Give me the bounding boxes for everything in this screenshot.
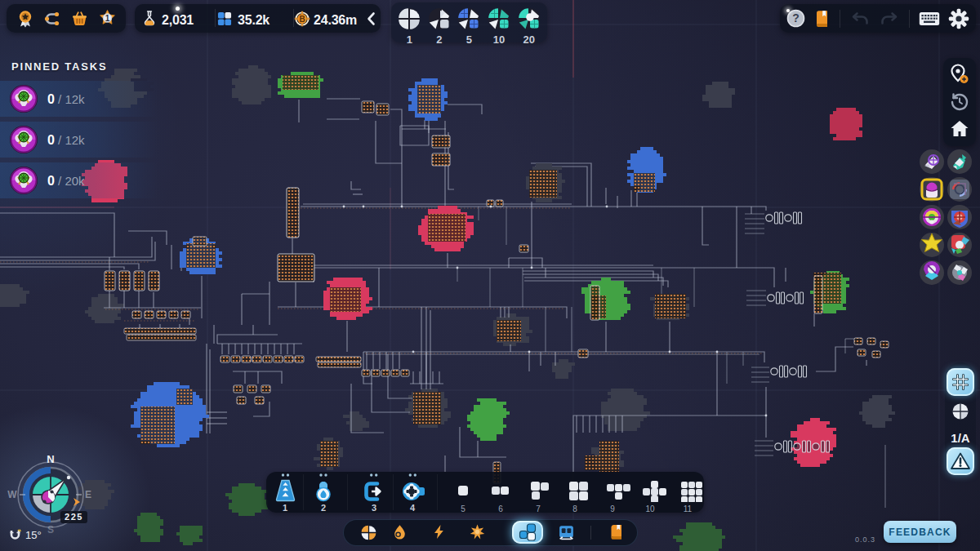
svg-text:E: E [85, 489, 91, 500]
svg-text:1: 1 [105, 14, 109, 23]
svg-text:B: B [299, 15, 305, 24]
svg-text:?: ? [792, 11, 800, 24]
svg-text:W: W [7, 489, 17, 500]
svg-text:S: S [47, 524, 54, 535]
svg-text:N: N [47, 453, 54, 465]
